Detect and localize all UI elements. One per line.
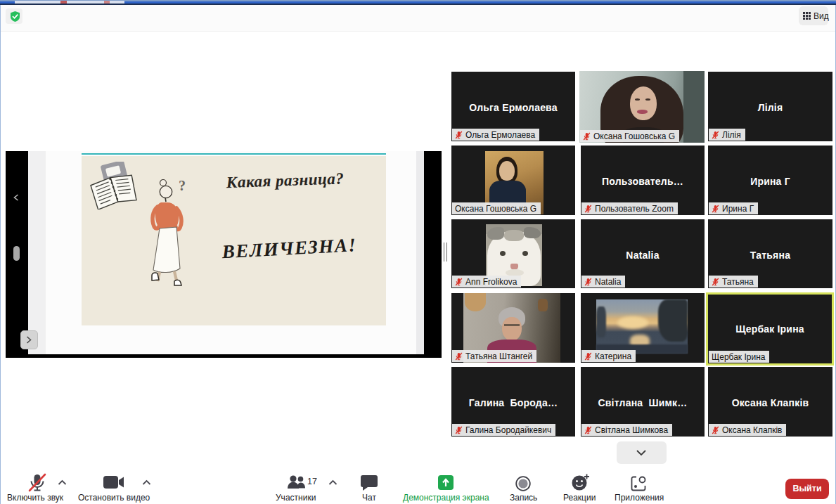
svg-text:?: ? xyxy=(179,179,186,193)
